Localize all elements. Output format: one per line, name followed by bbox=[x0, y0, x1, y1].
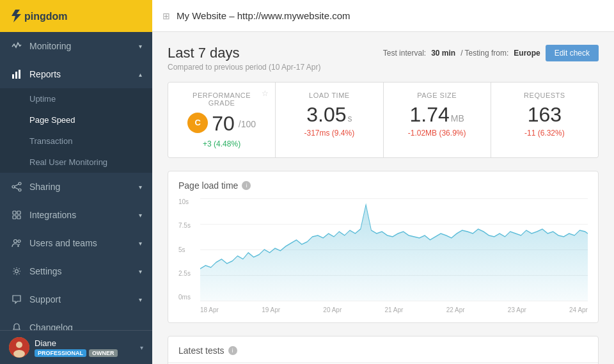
bar-chart-icon bbox=[10, 68, 23, 81]
test-interval-value: 30 min bbox=[431, 49, 455, 58]
svg-point-7 bbox=[12, 186, 15, 188]
svg-point-16 bbox=[15, 270, 19, 273]
x-label-22apr: 22 Apr bbox=[446, 306, 465, 313]
topbar-icon: ⊞ bbox=[162, 11, 170, 21]
content-area: Last 7 days Compared to previous period … bbox=[152, 32, 614, 364]
bell-icon bbox=[10, 321, 23, 330]
user-name: Diane bbox=[35, 338, 140, 348]
metric-card-load-time: Load time 3.05s -317ms (9.4%) bbox=[276, 83, 382, 157]
load-time-label: Load time bbox=[286, 91, 372, 99]
metric-card-page-size: Page size 1.74MB -1.02MB (36.9%) bbox=[384, 83, 491, 157]
sidebar-item-uptime[interactable]: Uptime bbox=[0, 88, 152, 109]
requests-value: 163 bbox=[528, 104, 562, 125]
chart-x-labels: 18 Apr 19 Apr 20 Apr 21 Apr 22 Apr 23 Ap… bbox=[200, 306, 588, 313]
svg-point-6 bbox=[19, 189, 21, 191]
load-time-value: 3.05 bbox=[306, 104, 346, 125]
users-teams-chevron: ▾ bbox=[139, 240, 142, 247]
sidebar-item-users-teams[interactable]: Users and teams ▾ bbox=[0, 229, 152, 257]
users-icon bbox=[10, 237, 23, 249]
period-header: Last 7 days Compared to previous period … bbox=[168, 45, 599, 72]
x-label-18apr: 18 Apr bbox=[200, 306, 219, 313]
metrics-grid: Performance grade C 70/100 +3 (4.48%) ☆ … bbox=[168, 82, 599, 158]
grade-letter: C bbox=[187, 113, 208, 133]
svg-point-18 bbox=[16, 342, 22, 348]
sidebar-item-reports[interactable]: Reports ▴ bbox=[0, 60, 152, 88]
sharing-label: Sharing bbox=[29, 182, 139, 192]
sidebar-nav: Monitoring ▾ Reports ▴ Uptime Page Speed… bbox=[0, 32, 152, 330]
sharing-chevron: ▾ bbox=[139, 184, 142, 191]
chart-section: Page load time i 10s 7.5s 5s 2.5s 0ms bbox=[168, 171, 599, 323]
support-label: Support bbox=[29, 294, 139, 305]
x-label-20apr: 20 Apr bbox=[323, 306, 342, 313]
activity-icon bbox=[10, 40, 23, 52]
svg-line-9 bbox=[15, 187, 19, 189]
sidebar-item-integrations[interactable]: Integrations ▾ bbox=[0, 201, 152, 229]
period-comparison: Compared to previous period (10 Apr-17 A… bbox=[168, 63, 320, 72]
sidebar-item-settings[interactable]: Settings ▾ bbox=[0, 257, 152, 285]
testing-from-label: / Testing from: bbox=[460, 49, 508, 58]
users-teams-label: Users and teams bbox=[29, 238, 139, 248]
requests-label: Requests bbox=[501, 91, 588, 99]
share-icon bbox=[10, 180, 23, 193]
performance-score: 70 bbox=[212, 112, 235, 136]
svg-point-14 bbox=[14, 240, 17, 243]
test-info: Test interval: 30 min / Testing from: Eu… bbox=[383, 45, 599, 61]
logo[interactable]: pingdom bbox=[0, 0, 152, 32]
y-label-5s: 5s bbox=[178, 246, 198, 253]
performance-label: Performance grade bbox=[178, 91, 265, 107]
chart-container: 10s 7.5s 5s 2.5s 0ms bbox=[178, 198, 588, 313]
sidebar-item-page-speed[interactable]: Page Speed bbox=[0, 109, 152, 131]
sidebar-item-monitoring[interactable]: Monitoring ▾ bbox=[0, 32, 152, 60]
monitoring-label: Monitoring bbox=[29, 41, 139, 51]
sidebar-item-support[interactable]: Support ▾ bbox=[0, 285, 152, 313]
main-content: ⊞ My Website – http://www.mywebsite.com … bbox=[152, 0, 614, 364]
gridline-bottom bbox=[200, 301, 588, 301]
chart-info-icon: i bbox=[242, 181, 251, 190]
chart-svg-area bbox=[200, 198, 588, 301]
reports-submenu: Uptime Page Speed Transaction Real User … bbox=[0, 88, 152, 173]
sidebar: pingdom Monitoring ▾ Reports ▴ bbox=[0, 0, 152, 364]
owner-badge: OWNER bbox=[89, 349, 118, 357]
x-label-24apr: 24 Apr bbox=[569, 306, 588, 313]
user-chevron: ▾ bbox=[140, 344, 143, 351]
svg-rect-2 bbox=[12, 74, 14, 79]
avatar bbox=[9, 337, 29, 358]
sidebar-item-sharing[interactable]: Sharing ▾ bbox=[0, 173, 152, 201]
test-interval-label: Test interval: bbox=[383, 49, 426, 58]
metric-card-requests: Requests 163 -11 (6.32%) bbox=[491, 83, 598, 157]
load-time-change: -317ms (9.4%) bbox=[286, 129, 372, 138]
svg-line-8 bbox=[15, 184, 19, 186]
svg-marker-0 bbox=[12, 10, 21, 22]
period-title: Last 7 days bbox=[168, 45, 320, 61]
performance-total: /100 bbox=[239, 119, 256, 129]
y-label-0ms: 0ms bbox=[178, 294, 198, 301]
gear-icon bbox=[10, 265, 23, 278]
svg-rect-3 bbox=[15, 72, 17, 79]
performance-change: +3 (4.48%) bbox=[178, 139, 265, 148]
user-profile[interactable]: Diane PROFESSIONAL OWNER ▾ bbox=[0, 330, 152, 364]
topbar-title: My Website – http://www.mywebsite.com bbox=[177, 10, 350, 21]
page-size-value: 1.74 bbox=[409, 104, 449, 125]
latest-tests-info-icon: i bbox=[228, 346, 237, 355]
chart-title: Page load time i bbox=[178, 180, 588, 191]
latest-tests-section: Latest tests i DATE & TIME LOAD TIME PAG… bbox=[168, 336, 599, 364]
sidebar-item-real-user-monitoring[interactable]: Real User Monitoring bbox=[0, 152, 152, 173]
sidebar-item-transaction[interactable]: Transaction bbox=[0, 131, 152, 152]
pingdom-logo: pingdom bbox=[10, 6, 87, 26]
y-label-10s: 10s bbox=[178, 198, 198, 205]
x-label-19apr: 19 Apr bbox=[262, 306, 280, 313]
load-time-unit: s bbox=[348, 113, 352, 123]
chat-icon bbox=[10, 293, 23, 306]
x-label-21apr: 21 Apr bbox=[385, 306, 404, 313]
svg-rect-4 bbox=[19, 70, 20, 79]
svg-point-15 bbox=[18, 240, 20, 242]
latest-tests-title: Latest tests i bbox=[168, 336, 598, 363]
page-size-label: Page size bbox=[394, 91, 480, 99]
svg-text:pingdom: pingdom bbox=[24, 11, 68, 22]
svg-rect-12 bbox=[13, 216, 16, 219]
user-info: Diane PROFESSIONAL OWNER bbox=[35, 338, 140, 357]
topbar: ⊞ My Website – http://www.mywebsite.com bbox=[152, 0, 614, 32]
edit-check-button[interactable]: Edit check bbox=[546, 45, 599, 61]
sidebar-item-changelog[interactable]: Changelog bbox=[0, 313, 152, 330]
metric-card-performance: Performance grade C 70/100 +3 (4.48%) ☆ bbox=[168, 83, 275, 157]
